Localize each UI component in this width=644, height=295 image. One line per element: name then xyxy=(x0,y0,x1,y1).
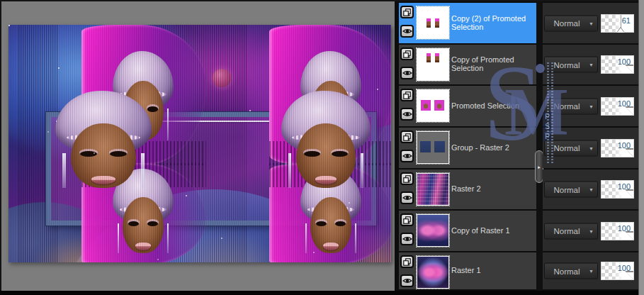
eye-icon[interactable] xyxy=(400,274,414,287)
nebula-swirl xyxy=(9,25,207,160)
layer-pages-icon[interactable] xyxy=(400,48,414,60)
eye-icon[interactable] xyxy=(400,25,414,38)
layer-row[interactable]: Copy of Raster 1 xyxy=(399,211,536,251)
layer-controls-row: Normal▼ 61 xyxy=(543,3,638,43)
blend-mode-value: Normal xyxy=(545,227,589,235)
eye-icon[interactable] xyxy=(400,150,414,162)
stripe-texture xyxy=(336,25,391,262)
window-border-bottom xyxy=(0,291,644,295)
blend-mode-dropdown[interactable]: Normal▼ xyxy=(544,182,598,198)
slider-corner-icon[interactable] xyxy=(626,191,633,198)
layer-name: Copy of Promoted Selection xyxy=(451,45,535,84)
layer-thumbnail[interactable] xyxy=(417,256,449,289)
splitter-arrow-icon: ▸ xyxy=(538,165,541,169)
blend-mode-dropdown[interactable]: Normal▼ xyxy=(544,140,598,156)
frame-accent-line xyxy=(56,121,334,122)
stripe-texture xyxy=(150,25,248,262)
planet-ring-arc xyxy=(9,25,285,201)
artwork-canvas[interactable] xyxy=(9,25,391,262)
layer-thumbnail[interactable] xyxy=(417,48,449,81)
dark-planet xyxy=(9,202,147,262)
large-blue-planet xyxy=(47,189,380,262)
orange-glow xyxy=(30,234,136,262)
picture-frame-left xyxy=(46,112,344,226)
chevron-down-icon: ▼ xyxy=(589,62,597,67)
blend-mode-dropdown[interactable]: Normal▼ xyxy=(544,15,598,31)
opacity-slider[interactable]: 100 xyxy=(601,262,634,280)
layer-thumbnail[interactable] xyxy=(417,6,449,39)
slider-corner-icon[interactable] xyxy=(626,66,633,73)
slider-corner-icon[interactable] xyxy=(626,233,633,240)
layer-name: Copy of Raster 1 xyxy=(451,211,535,251)
layer-row[interactable]: Copy (2) of Promoted Selection xyxy=(399,3,536,43)
artwork-background xyxy=(9,25,391,262)
blend-mode-value: Normal xyxy=(545,185,589,194)
blend-mode-value: Normal xyxy=(545,144,589,152)
magenta-band xyxy=(81,25,206,165)
layer-row[interactable]: Promoted Selection xyxy=(399,86,536,126)
portrait-face xyxy=(109,169,177,262)
portrait-face xyxy=(297,169,365,262)
layer-pages-icon[interactable] xyxy=(400,130,414,143)
layer-row[interactable]: Copy of Promoted Selection xyxy=(399,45,536,84)
layer-thumbnail[interactable] xyxy=(417,173,449,206)
slider-corner-icon[interactable] xyxy=(626,150,633,157)
chevron-down-icon: ▼ xyxy=(589,269,597,274)
opacity-slider[interactable]: 100 xyxy=(601,180,634,199)
window-border-left xyxy=(0,0,1,295)
portrait-face xyxy=(109,51,177,150)
planet-ring-arc xyxy=(215,25,391,208)
layer-row[interactable]: Group - Raster 2 xyxy=(399,128,536,168)
layer-name: Raster 2 xyxy=(451,169,535,209)
layer-thumbnail[interactable] xyxy=(417,89,449,122)
panel-splitter[interactable]: ▸ xyxy=(536,0,543,295)
stripe-texture xyxy=(18,25,58,262)
chevron-down-icon: ▼ xyxy=(589,187,597,192)
orange-glow xyxy=(331,227,391,262)
eye-icon[interactable] xyxy=(400,233,414,245)
star-dots xyxy=(9,25,10,26)
layer-pages-icon[interactable] xyxy=(400,172,414,185)
opacity-slider[interactable]: 100 xyxy=(601,55,634,74)
blend-mode-dropdown[interactable]: Normal▼ xyxy=(544,263,598,279)
purple-planet xyxy=(303,121,391,262)
opacity-value: 61 xyxy=(622,16,631,25)
portrait-face-large xyxy=(50,91,157,199)
chevron-down-icon: ▼ xyxy=(589,145,597,150)
opacity-slider[interactable]: 100 xyxy=(601,97,634,116)
eye-icon[interactable] xyxy=(400,191,414,204)
layer-name: Promoted Selection xyxy=(451,86,535,126)
blend-mode-dropdown[interactable]: Normal▼ xyxy=(544,223,598,239)
blend-mode-dropdown[interactable]: Normal▼ xyxy=(544,98,598,114)
portrait-face-large xyxy=(276,91,375,199)
layers-palette: Copy (2) of Promoted Selection Copy of P… xyxy=(395,0,638,295)
eye-icon[interactable] xyxy=(400,108,414,121)
blend-mode-value: Normal xyxy=(545,267,589,275)
picture-frame-right xyxy=(283,112,376,226)
eye-icon[interactable] xyxy=(400,67,414,79)
slider-corner-icon[interactable] xyxy=(626,108,633,115)
chevron-down-icon: ▼ xyxy=(589,104,597,108)
opacity-slider[interactable]: 100 xyxy=(601,222,634,240)
blend-mode-dropdown[interactable]: Normal▼ xyxy=(544,57,598,73)
slider-caret-icon[interactable] xyxy=(617,28,624,33)
layer-row[interactable]: Raster 2 xyxy=(399,169,536,209)
stripe-overlay xyxy=(9,25,391,262)
slider-corner-icon[interactable] xyxy=(626,272,633,279)
app-window: Copy (2) of Promoted Selection Copy of P… xyxy=(0,0,644,295)
portrait-face xyxy=(297,51,365,150)
layer-pages-icon[interactable] xyxy=(400,213,414,226)
chevron-down-icon: ▼ xyxy=(589,228,597,233)
opacity-slider[interactable]: 61 xyxy=(601,14,634,33)
layer-pages-icon[interactable] xyxy=(400,89,414,101)
layer-controls-row: Normal▼ 100 xyxy=(543,86,638,126)
layer-thumbnail[interactable] xyxy=(417,131,449,164)
layer-pages-icon[interactable] xyxy=(400,6,414,18)
chevron-down-icon: ▼ xyxy=(589,21,597,26)
layer-thumbnail[interactable] xyxy=(417,214,449,247)
layer-row[interactable]: Raster 1 xyxy=(399,252,536,289)
layer-name: Group - Raster 2 xyxy=(451,128,535,168)
layer-pages-icon[interactable] xyxy=(400,255,414,268)
magenta-band xyxy=(269,163,391,262)
opacity-slider[interactable]: 100 xyxy=(601,139,634,157)
